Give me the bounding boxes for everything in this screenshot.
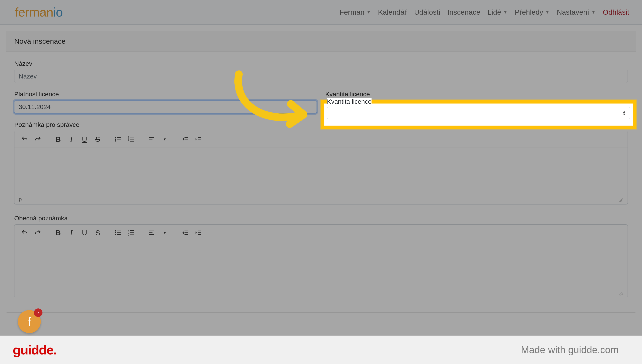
italic-button[interactable]: I: [67, 135, 76, 144]
numbered-list-icon[interactable]: 123: [127, 228, 135, 237]
brand-part1: ferman: [15, 5, 53, 19]
svg-rect-22: [117, 230, 121, 231]
label-license-quantity: Kvantita licence: [327, 98, 630, 105]
input-license-quantity[interactable]: [327, 107, 630, 119]
align-icon[interactable]: [147, 228, 156, 237]
nav-item-prehledy[interactable]: Přehledy▼: [515, 8, 549, 16]
svg-point-4: [115, 140, 116, 142]
svg-rect-37: [184, 232, 188, 233]
bullet-list-icon[interactable]: [114, 135, 122, 144]
strike-button[interactable]: S: [93, 135, 102, 144]
svg-rect-5: [117, 141, 121, 141]
nav-item-ferman[interactable]: Ferman▼: [340, 8, 371, 16]
label-name: Název: [14, 60, 628, 67]
svg-point-25: [115, 234, 116, 235]
svg-point-2: [115, 138, 116, 140]
svg-rect-40: [198, 232, 201, 233]
svg-rect-34: [149, 232, 152, 233]
strike-button[interactable]: S: [93, 228, 102, 237]
italic-button[interactable]: I: [67, 228, 76, 237]
svg-rect-30: [130, 232, 134, 233]
svg-rect-39: [198, 230, 201, 231]
card-new-production: Nová inscenace Název Platnost licence Kv…: [6, 31, 636, 313]
svg-point-0: [115, 137, 116, 138]
nav-logout[interactable]: Odhlásit: [603, 8, 629, 16]
svg-point-21: [115, 230, 116, 232]
svg-rect-41: [198, 234, 201, 235]
rte-toolbar: B I U S 123 ▾: [15, 225, 627, 241]
svg-rect-12: [149, 137, 154, 138]
indent-icon[interactable]: [194, 135, 203, 144]
align-icon[interactable]: [147, 135, 156, 144]
nav-item-nastaveni[interactable]: Nastavení▼: [557, 8, 595, 16]
svg-rect-19: [198, 139, 201, 140]
underline-button[interactable]: U: [80, 135, 89, 144]
undo-icon[interactable]: [20, 135, 29, 144]
navbar: fermanio Ferman▼ Kalendář Události Insce…: [0, 0, 642, 24]
svg-rect-13: [149, 139, 152, 140]
rte-status-path: p: [19, 196, 22, 202]
chat-logo-letter: f: [28, 314, 31, 329]
svg-rect-20: [198, 141, 201, 141]
outdent-icon[interactable]: [181, 228, 189, 237]
svg-rect-17: [184, 141, 188, 141]
brand-part2: io: [53, 5, 63, 19]
highlight-license-quantity: Kvantita licence ▲▼: [320, 100, 636, 130]
label-license-quantity-bg: Kvantita licence: [325, 90, 628, 98]
svg-rect-35: [149, 234, 154, 235]
svg-rect-1: [117, 137, 121, 138]
guidde-attribution: Made with guidde.com: [521, 344, 619, 356]
nav-item-udalosti[interactable]: Události: [414, 8, 440, 16]
svg-rect-14: [149, 141, 154, 141]
chevron-down-icon: ▼: [503, 10, 508, 15]
card-title: Nová inscenace: [6, 31, 636, 52]
undo-icon[interactable]: [20, 228, 29, 237]
input-name[interactable]: [14, 70, 628, 83]
input-license-validity[interactable]: [14, 100, 317, 114]
bullet-list-icon[interactable]: [114, 228, 122, 237]
redo-icon[interactable]: [34, 135, 42, 144]
indent-icon[interactable]: [194, 228, 203, 237]
chevron-down-icon: ▼: [367, 10, 371, 15]
resize-grip-icon[interactable]: [618, 198, 623, 202]
svg-text:3: 3: [128, 234, 129, 236]
chevron-down-icon[interactable]: ▾: [161, 228, 169, 237]
resize-grip-icon[interactable]: [618, 291, 623, 296]
label-general-note: Obecná poznámka: [14, 215, 628, 222]
svg-rect-28: [130, 230, 134, 231]
chevron-down-icon: ▼: [545, 10, 550, 15]
svg-rect-26: [117, 234, 121, 235]
rte-content-admin[interactable]: [15, 148, 627, 194]
bold-button[interactable]: B: [54, 228, 62, 237]
guidde-logo: guidde.: [13, 342, 57, 358]
svg-rect-9: [130, 139, 134, 140]
svg-rect-24: [117, 232, 121, 233]
svg-rect-36: [184, 230, 188, 231]
chevron-down-icon[interactable]: ▾: [161, 135, 169, 144]
chevron-down-icon: ▼: [591, 10, 595, 15]
bold-button[interactable]: B: [54, 135, 62, 144]
svg-rect-18: [198, 137, 201, 138]
outdent-icon[interactable]: [181, 135, 189, 144]
numbered-list-icon[interactable]: 123: [127, 135, 135, 144]
label-license-validity: Platnost licence: [14, 90, 317, 98]
rte-toolbar: B I U S 123 ▾: [15, 131, 627, 148]
rte-general-note: B I U S 123 ▾: [14, 224, 628, 298]
underline-button[interactable]: U: [80, 228, 89, 237]
svg-rect-11: [130, 141, 134, 142]
svg-rect-3: [117, 139, 121, 140]
svg-rect-32: [130, 234, 134, 235]
nav-links: Ferman▼ Kalendář Události Inscenace Lidé…: [340, 8, 629, 16]
nav-item-inscenace[interactable]: Inscenace: [447, 8, 480, 16]
rte-content-general[interactable]: [15, 241, 627, 288]
svg-rect-38: [184, 234, 188, 235]
svg-point-23: [115, 232, 116, 233]
svg-rect-16: [184, 139, 188, 140]
nav-item-kalendar[interactable]: Kalendář: [378, 8, 407, 16]
brand-logo: fermanio: [15, 5, 63, 20]
chat-launcher[interactable]: f 7: [18, 310, 41, 333]
redo-icon[interactable]: [34, 228, 42, 237]
number-stepper-icon[interactable]: ▲▼: [621, 109, 627, 117]
rte-admin-note: B I U S 123 ▾: [14, 131, 628, 204]
nav-item-lide[interactable]: Lidé▼: [487, 8, 507, 16]
